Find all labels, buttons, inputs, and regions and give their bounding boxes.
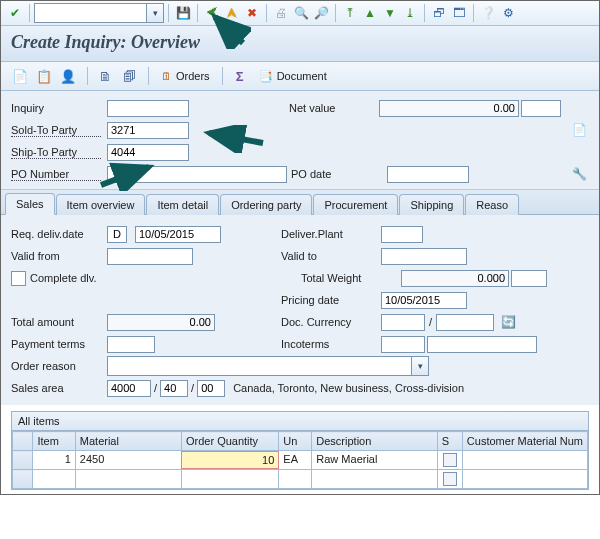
deliverplant-label: Deliver.Plant (281, 228, 381, 240)
exit-icon[interactable]: ⮝ (222, 3, 242, 23)
completedlv-checkbox[interactable] (11, 271, 26, 286)
find-icon[interactable]: 🔍 (291, 3, 311, 23)
sum-icon[interactable]: Σ (229, 66, 251, 86)
last-page-icon[interactable]: ⤓ (400, 3, 420, 23)
tab-reason[interactable]: Reaso (465, 194, 519, 215)
totalamount-label: Total amount (11, 316, 107, 328)
print-icon[interactable]: 🖨 (271, 3, 291, 23)
prev-page-icon[interactable]: ▲ (360, 3, 380, 23)
first-page-icon[interactable]: ⤒ (340, 3, 360, 23)
row-checkbox[interactable] (443, 453, 457, 467)
incoterms-a-input[interactable] (381, 336, 425, 353)
doccur-rate-a-input[interactable] (436, 314, 494, 331)
completedlv-label: Complete dlv. (30, 272, 96, 284)
salesarea-label: Sales area (11, 382, 107, 394)
qty-input[interactable]: 10 (182, 452, 278, 468)
orders-button[interactable]: 🗓 Orders (155, 66, 216, 86)
orderreason-select[interactable]: ▾ (107, 356, 429, 376)
chevron-down-icon[interactable]: ▾ (411, 357, 428, 375)
salesarea-a-output (107, 380, 151, 397)
reqdeliv-label: Req. deliv.date (11, 228, 107, 240)
document-button[interactable]: 📑 Document (253, 66, 333, 86)
items-title: All items (12, 412, 588, 431)
pricingdate-label: Pricing date (281, 294, 381, 306)
shipto-input[interactable] (107, 144, 189, 161)
cancel-icon[interactable]: ✖ (242, 3, 262, 23)
validfrom-input[interactable] (107, 248, 193, 265)
podate-label: PO date (291, 168, 387, 180)
salesarea-b-output (160, 380, 188, 397)
doccur-input[interactable] (381, 314, 425, 331)
tab-ordering-party[interactable]: Ordering party (220, 194, 312, 215)
totalamount-output (107, 314, 215, 331)
orderreason-label: Order reason (11, 360, 107, 372)
display-icon[interactable]: 📄 (9, 66, 31, 86)
tab-item-overview[interactable]: Item overview (56, 194, 146, 215)
validto-input[interactable] (381, 248, 467, 265)
col-custmat[interactable]: Customer Material Num (462, 432, 587, 451)
col-material[interactable]: Material (75, 432, 181, 451)
soldto-input[interactable] (107, 122, 189, 139)
reqdeliv-date-input[interactable] (135, 226, 221, 243)
tab-shipping[interactable]: Shipping (399, 194, 464, 215)
inquiry-label: Inquiry (11, 102, 107, 114)
command-field[interactable]: ▾ (34, 3, 164, 23)
customize-icon[interactable]: ⚙ (498, 3, 518, 23)
totalweight-output (401, 270, 509, 287)
col-qty[interactable]: Order Quantity (181, 432, 278, 451)
pricingdate-input[interactable] (381, 292, 467, 309)
col-un[interactable]: Un (279, 432, 312, 451)
ponum-label[interactable]: PO Number (11, 168, 101, 181)
config-icon[interactable]: 🔧 (569, 164, 589, 184)
salesarea-c-output (197, 380, 225, 397)
partner-icon[interactable]: 👤 (57, 66, 79, 86)
ponum-input[interactable] (107, 166, 287, 183)
refresh-icon[interactable]: 🔄 (498, 312, 518, 332)
table-row[interactable] (13, 470, 588, 489)
payterms-input[interactable] (107, 336, 155, 353)
col-desc[interactable]: Description (312, 432, 437, 451)
header-icon[interactable]: 📋 (33, 66, 55, 86)
back-icon[interactable]: ⮜ (202, 3, 222, 23)
tab-sales[interactable]: Sales (5, 193, 55, 215)
incoterms-label: Incoterms (281, 338, 381, 350)
page-title: Create Inquiry: Overview (1, 26, 599, 62)
incoterms-b-input[interactable] (427, 336, 537, 353)
totalweight-unit-input[interactable] (511, 270, 547, 287)
tab-procurement[interactable]: Procurement (313, 194, 398, 215)
deliverplant-input[interactable] (381, 226, 423, 243)
payterms-label: Payment terms (11, 338, 107, 350)
item-display-icon[interactable]: 🗎 (94, 66, 116, 86)
netvalue-cur-input[interactable] (521, 100, 561, 117)
help-icon[interactable]: ❔ (478, 3, 498, 23)
table-row[interactable]: 1 2450 10 EA Raw Maerial (13, 451, 588, 470)
next-page-icon[interactable]: ▼ (380, 3, 400, 23)
podate-input[interactable] (387, 166, 469, 183)
netvalue-label: Net value (289, 102, 379, 114)
address-icon[interactable]: 📄 (569, 120, 589, 140)
col-s[interactable]: S (437, 432, 462, 451)
item-config-icon[interactable]: 🗐 (118, 66, 140, 86)
new-session-icon[interactable]: 🗗 (429, 3, 449, 23)
inquiry-input[interactable] (107, 100, 189, 117)
salesarea-text: Canada, Toronto, New business, Cross-div… (233, 382, 464, 394)
soldto-label[interactable]: Sold-To Party (11, 124, 101, 137)
doccur-label: Doc. Currency (281, 316, 381, 328)
save-icon[interactable]: 💾 (173, 3, 193, 23)
shipto-label[interactable]: Ship-To Party (11, 146, 101, 159)
ok-icon[interactable]: ✔ (5, 3, 25, 23)
col-item[interactable]: Item (33, 432, 75, 451)
validto-label: Valid to (281, 250, 381, 262)
find-next-icon[interactable]: 🔎 (311, 3, 331, 23)
validfrom-label: Valid from (11, 250, 107, 262)
layout-icon[interactable]: 🗔 (449, 3, 469, 23)
netvalue-output (379, 100, 519, 117)
row-checkbox[interactable] (443, 472, 457, 486)
totalweight-label: Total Weight (301, 272, 401, 284)
tab-item-detail[interactable]: Item detail (146, 194, 219, 215)
reqdeliv-type-input[interactable] (107, 226, 127, 243)
chevron-down-icon[interactable]: ▾ (146, 4, 163, 22)
